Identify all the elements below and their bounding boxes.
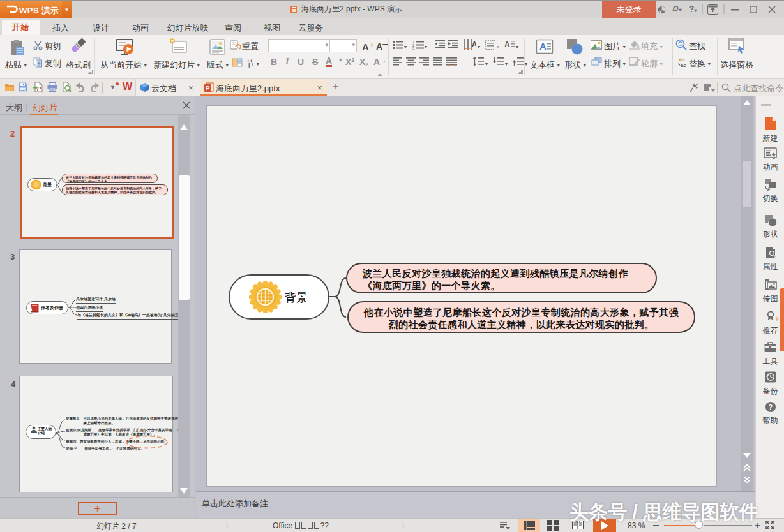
svg-text:A: A <box>504 40 510 49</box>
svg-text:P: P <box>206 85 210 91</box>
svg-text:?: ? <box>768 403 773 411</box>
svg-text:A: A <box>539 41 547 52</box>
svg-text:3: 3 <box>412 47 414 50</box>
svg-text:P: P <box>37 85 41 92</box>
svg-text:ac: ac <box>681 63 686 68</box>
svg-text:A: A <box>472 40 476 48</box>
